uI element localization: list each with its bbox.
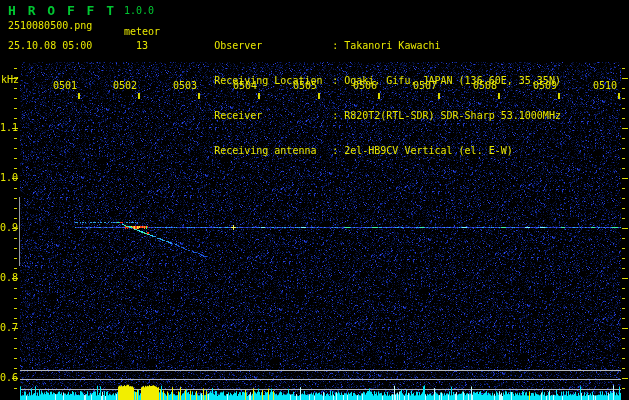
info-label: Observer	[214, 39, 332, 52]
separator: :	[332, 75, 338, 86]
info-label: Receiver	[214, 109, 332, 122]
info-row-antenna: Receiving antenna: 2el-HB9CV Vertical (e…	[178, 131, 561, 144]
echo-count: 13	[136, 40, 148, 51]
x-tick-label: 0509	[533, 80, 559, 91]
x-tick-label: 0502	[113, 80, 139, 91]
x-tick-label: 0510	[593, 80, 619, 91]
info-row-location: Receiving Location: Ogaki, Gifu, JAPAN (…	[178, 61, 561, 74]
x-tick-label: 0505	[293, 80, 319, 91]
x-tick-label: 0503	[173, 80, 199, 91]
x-tick-label: 0507	[413, 80, 439, 91]
y-tick-label: 1.0	[0, 172, 13, 183]
separator: :	[332, 145, 338, 156]
y-axis-unit-label: kHz	[1, 74, 19, 85]
info-row-receiver: Receiver: R820T2(RTL-SDR) SDR-Sharp 53.1…	[178, 96, 561, 109]
app-title: H R O F F T	[8, 3, 116, 18]
output-filename: 2510080500.png	[8, 20, 92, 31]
y-tick-label: 1.1	[0, 122, 13, 133]
hrofft-output-image: H R O F F T 1.0.0 2510080500.png meteor …	[0, 0, 629, 400]
x-tick-label: 0506	[353, 80, 379, 91]
info-row-observer: Observer: Takanori Kawachi	[178, 26, 561, 39]
info-label: Receiving antenna	[214, 144, 332, 157]
separator: :	[332, 110, 338, 121]
y-tick-label: 0.6	[0, 372, 13, 383]
app-version: 1.0.0	[124, 5, 154, 16]
info-value: Takanori Kawachi	[344, 40, 440, 51]
info-value: R820T2(RTL-SDR) SDR-Sharp 53.1000MHz	[344, 110, 561, 121]
x-tick-label: 0508	[473, 80, 499, 91]
observation-datetime: 25.10.08 05:00	[8, 40, 92, 51]
y-tick-label: 0.9	[0, 222, 13, 233]
y-tick-label: 0.8	[0, 272, 13, 283]
info-value: 2el-HB9CV Vertical (el. E-W)	[344, 145, 513, 156]
x-tick-label: 0504	[233, 80, 259, 91]
observation-mode: meteor	[124, 26, 160, 37]
separator: :	[332, 40, 338, 51]
y-tick-label: 0.7	[0, 322, 13, 333]
x-tick-label: 0501	[53, 80, 79, 91]
